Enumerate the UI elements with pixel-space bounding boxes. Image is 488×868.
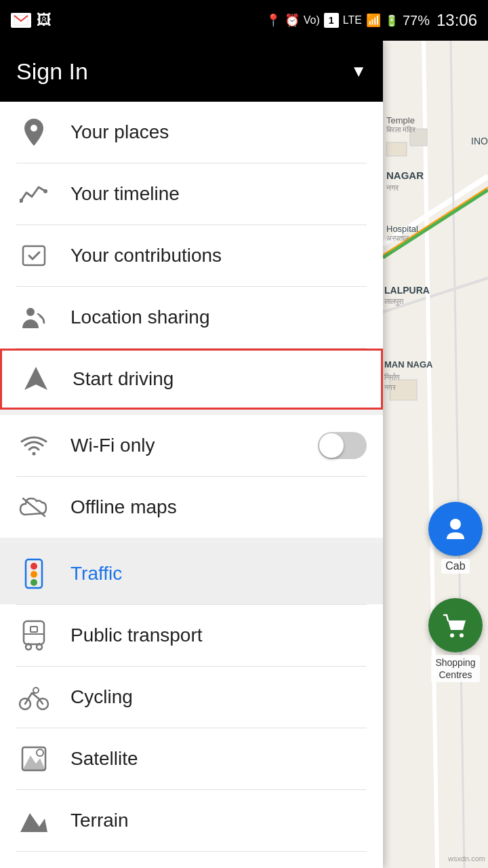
svg-point-9 — [30, 571, 37, 578]
directions-fab-label: Cab — [441, 559, 469, 574]
shopping-fab-container: ShoppingCentres — [428, 598, 483, 682]
map-label-temple: Temple — [386, 115, 415, 125]
sim-icon: 1 — [324, 13, 339, 28]
menu-item-wifi-only[interactable]: Wi-Fi only — [0, 415, 383, 476]
timeline-icon — [16, 176, 52, 212]
satellite-icon — [16, 741, 52, 776]
drawer-header[interactable]: Sign In ▼ — [0, 41, 383, 102]
svg-point-45 — [450, 519, 461, 530]
google-earth-icon — [16, 865, 52, 868]
watermark: wsxdn.com — [448, 854, 485, 863]
svg-point-47 — [460, 633, 464, 637]
menu-item-offline-maps[interactable]: Offline maps — [0, 477, 383, 538]
svg-point-24 — [37, 749, 43, 756]
menu-item-satellite[interactable]: Satellite — [0, 728, 383, 789]
svg-rect-3 — [23, 246, 45, 265]
menu-item-traffic[interactable]: Traffic — [0, 543, 383, 604]
menu-item-public-transport[interactable]: Public transport — [0, 605, 383, 666]
directions-fab-container: Cab — [428, 502, 483, 574]
your-places-label: Your places — [70, 121, 169, 143]
map-label-hospital-hindi: अस्पताल — [386, 234, 409, 243]
svg-point-46 — [450, 633, 454, 637]
status-left-icons: 🖼 — [11, 12, 52, 29]
shopping-fab[interactable] — [428, 598, 483, 652]
svg-point-4 — [26, 308, 35, 316]
location-sharing-label: Location sharing — [70, 307, 209, 328]
map-label-lalpura: LALPURA — [384, 285, 430, 296]
status-right-icons: 📍 ⏰ Vo) 1 LTE 📶 🔋 77% 13:06 — [266, 11, 477, 30]
status-bar: 🖼 📍 ⏰ Vo) 1 LTE 📶 🔋 77% 13:06 — [0, 0, 488, 41]
volume-icon: Vo) — [304, 14, 320, 26]
section-divider-1 — [0, 410, 383, 415]
map-label-nagar: NAGAR — [386, 170, 424, 181]
svg-marker-23 — [22, 755, 45, 770]
toggle-thumb — [319, 433, 344, 458]
location-status-icon: 📍 — [266, 13, 281, 28]
terrain-label: Terrain — [70, 810, 129, 831]
menu-item-start-driving[interactable]: Start driving — [0, 349, 383, 410]
start-driving-label: Start driving — [73, 368, 174, 390]
menu-item-your-places[interactable]: Your places — [0, 102, 383, 163]
traffic-label: Traffic — [70, 563, 122, 585]
map-label-ino: INO — [471, 136, 488, 146]
contributions-icon — [16, 238, 52, 273]
svg-rect-42 — [386, 142, 407, 156]
cloud-off-icon — [16, 490, 52, 525]
map-label-nagar-hindi: नगर — [386, 183, 399, 193]
svg-point-10 — [30, 579, 37, 586]
cycling-icon — [16, 679, 52, 715]
map-label-lalpura-hindi: लालपुरा — [384, 297, 403, 306]
terrain-icon — [16, 803, 52, 838]
cycling-label: Cycling — [70, 686, 133, 708]
navigation-icon — [18, 361, 54, 397]
alarm-icon: ⏰ — [285, 13, 300, 28]
map-area: Temple बिरला मंदिर NAGAR नगर Hospital अस… — [383, 41, 488, 868]
svg-point-8 — [30, 563, 37, 570]
battery-percent: 77% — [403, 13, 430, 28]
satellite-label: Satellite — [70, 748, 138, 770]
wifi-toggle[interactable] — [318, 432, 367, 459]
section-divider-2 — [0, 538, 383, 543]
menu-item-your-timeline[interactable]: Your timeline — [0, 163, 383, 224]
traffic-icon — [16, 556, 52, 591]
map-label-man-nagar: MAN NAGA — [384, 359, 433, 370]
menu-item-location-sharing[interactable]: Location sharing — [0, 287, 383, 348]
your-contributions-label: Your contributions — [70, 245, 222, 267]
svg-rect-17 — [30, 627, 37, 632]
svg-point-2 — [43, 189, 47, 193]
directions-fab[interactable] — [428, 502, 483, 556]
map-label-nirman: निर्माण — [384, 373, 400, 382]
map-label-birla: बिरला मंदिर — [386, 125, 415, 134]
signal-icon: 📶 — [366, 13, 381, 28]
menu-item-your-contributions[interactable]: Your contributions — [0, 225, 383, 286]
image-icon: 🖼 — [37, 12, 52, 29]
dropdown-arrow-icon[interactable]: ▼ — [350, 62, 367, 81]
wifi-icon — [16, 428, 52, 463]
menu-item-google-earth[interactable]: Google Earth — [0, 852, 383, 868]
navigation-drawer: Sign In ▼ Your places — [0, 41, 383, 868]
svg-point-13 — [26, 644, 31, 650]
your-timeline-label: Your timeline — [70, 183, 180, 205]
menu-item-terrain[interactable]: Terrain — [0, 790, 383, 851]
status-time: 13:06 — [436, 11, 477, 30]
location-sharing-icon — [16, 300, 52, 335]
app-container: Sign In ▼ Your places — [0, 41, 488, 868]
svg-marker-5 — [24, 367, 47, 390]
public-transport-label: Public transport — [70, 625, 203, 646]
menu-item-cycling[interactable]: Cycling — [0, 667, 383, 728]
svg-point-20 — [33, 688, 39, 693]
map-label-hospital: Hospital — [386, 224, 418, 234]
map-label-nagar2: नगर — [384, 383, 396, 392]
battery-icon: 🔋 — [385, 14, 399, 27]
gmail-icon — [11, 13, 31, 28]
wifi-only-label: Wi-Fi only — [70, 435, 155, 456]
menu-list: Your places Your timeline — [0, 102, 383, 868]
sign-in-title[interactable]: Sign In — [16, 58, 88, 85]
svg-point-14 — [37, 644, 42, 650]
svg-rect-12 — [24, 633, 44, 635]
shopping-fab-label: ShoppingCentres — [431, 655, 479, 682]
map-background — [383, 41, 488, 868]
offline-maps-label: Offline maps — [70, 496, 177, 518]
train-icon — [16, 618, 52, 653]
wifi-toggle-container[interactable] — [318, 432, 367, 459]
